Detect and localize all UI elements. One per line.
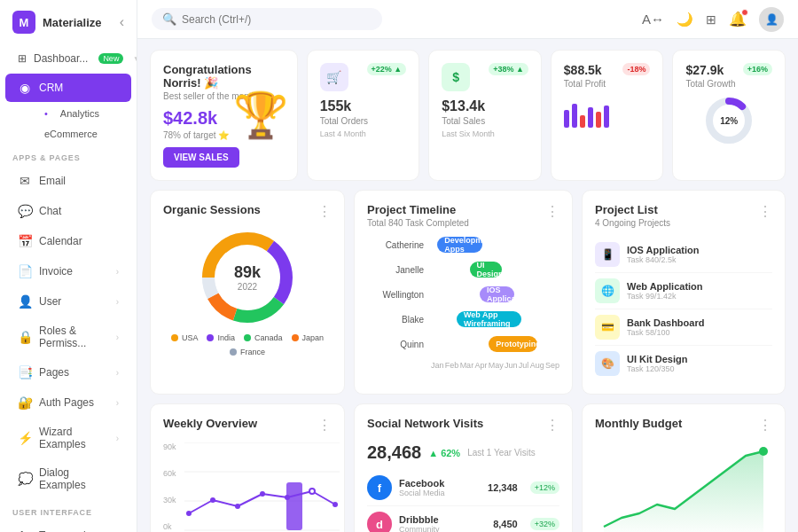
translate-icon[interactable]: A↔: [642, 12, 664, 27]
organic-title: Organic Sessions: [163, 203, 261, 216]
sidebar-item-invoice[interactable]: 📄 Invoice ›: [5, 257, 131, 286]
sidebar-item-pages[interactable]: 📑 Pages ›: [5, 358, 131, 387]
search-input[interactable]: [182, 13, 372, 26]
search-box[interactable]: 🔍: [152, 8, 382, 30]
sidebar-item-dashboard[interactable]: ⊞ Dashboar... New ▼: [5, 45, 131, 72]
search-icon: 🔍: [162, 12, 176, 26]
svg-point-13: [186, 511, 192, 516]
social-title: Social Network Visits: [367, 417, 483, 430]
growth-donut: 12%: [685, 94, 772, 147]
sales-badge: +38% ▲: [489, 63, 528, 75]
legend-canada: Canada: [244, 333, 283, 342]
svg-point-19: [332, 502, 338, 507]
weekly-title: Weekly Overview: [163, 417, 257, 430]
svg-point-21: [759, 447, 768, 456]
sidebar-item-analytics[interactable]: Analytics: [37, 104, 131, 123]
profit-label: Total Profit: [564, 79, 651, 89]
wizard-icon: ⚡: [18, 431, 32, 445]
organic-donut: 89k 2022: [199, 229, 296, 326]
proj-item-1: 🌐 Web Application Task 99/1.42k: [595, 273, 772, 309]
sidebar-item-ecommerce[interactable]: eCommerce: [37, 124, 131, 144]
organic-menu-icon[interactable]: ⋮: [317, 203, 332, 220]
avatar[interactable]: 👤: [759, 7, 784, 32]
sidebar-item-crm[interactable]: ◉ CRM: [5, 74, 131, 102]
profit-mini-chart: [564, 96, 651, 128]
sidebar-item-email[interactable]: ✉ Email: [5, 167, 131, 195]
crm-icon: ◉: [18, 81, 32, 95]
total-sales-card: $ +38% ▲ $13.4k Total Sales Last Six Mon…: [428, 50, 542, 181]
sidebar-item-dialog[interactable]: 💭 Dialog Examples: [5, 459, 131, 498]
gantt-label-4: Quinn: [367, 340, 424, 349]
crm-label: CRM: [39, 82, 63, 94]
orders-badge: +22% ▲: [367, 63, 407, 75]
proj-icon-3: 🎨: [595, 351, 620, 376]
sidebar-item-chat[interactable]: 💬 Chat: [5, 197, 131, 225]
proj-tasks-2: Task 58/100: [627, 328, 772, 337]
email-icon: ✉: [18, 174, 32, 188]
proj-icon-2: 💳: [595, 315, 620, 340]
gantt-row-4: Quinn Prototyping: [367, 336, 559, 352]
social-total-growth: ▲ 62%: [428, 448, 460, 458]
gantt-row-2: Wellington IOS Application: [367, 286, 559, 302]
organic-value: 89k: [234, 263, 261, 282]
svg-point-14: [210, 497, 215, 503]
bar-2: [572, 104, 577, 128]
weekly-chart: 90k 60k 30k 0k: [163, 442, 332, 531]
timeline-menu-icon[interactable]: ⋮: [545, 203, 559, 220]
sidebar-item-user[interactable]: 👤 User ›: [5, 287, 131, 316]
logo-icon: M: [12, 11, 35, 34]
total-profit-card: $88.5k -18% Total Profit: [551, 50, 664, 181]
dribbble-icon: d: [367, 512, 392, 532]
sidebar-item-wizard[interactable]: ⚡ Wizard Examples ›: [5, 419, 131, 458]
project-list-menu-icon[interactable]: ⋮: [758, 203, 772, 220]
proj-item-2: 💳 Bank Dashboard Task 58/100: [595, 309, 772, 346]
view-sales-button[interactable]: VIEW SALES: [163, 147, 239, 168]
social-network-card: Social Network Visits ⋮ 28,468 ▲ 62% Las…: [354, 403, 573, 532]
gantt-bar-container-1: UI Design: [431, 262, 559, 278]
social-menu-icon[interactable]: ⋮: [545, 417, 559, 434]
monthly-budget-card: Monthly Budget ⋮: [582, 403, 786, 532]
sidebar-item-typography[interactable]: Aa Typography: [5, 521, 131, 532]
total-growth-card: $27.9k +16% Total Growth 12%: [672, 50, 786, 181]
sidebar-item-calendar[interactable]: 📅 Calendar: [5, 227, 131, 255]
avatar-img: 👤: [765, 13, 778, 26]
gantt-row-3: Blake Web App Wireframing: [367, 311, 559, 327]
invoice-chevron: ›: [116, 267, 119, 277]
gantt-months: JanFebMarAprMayJunJulAugSep: [367, 361, 559, 370]
sidebar-toggle[interactable]: ‹: [120, 14, 124, 30]
budget-svg: [595, 442, 768, 532]
proj-info-3: UI Kit Design Task 120/350: [627, 354, 772, 373]
grid-apps-icon[interactable]: ⊞: [706, 12, 716, 27]
sales-value: $13.4k: [442, 98, 528, 114]
sales-icon: $: [442, 63, 470, 91]
gantt-bar-2: IOS Application: [480, 286, 514, 302]
proj-name-1: Web Application: [627, 281, 772, 292]
social-period: Last 1 Year Visits: [467, 448, 536, 458]
auth-icon: 🔐: [18, 395, 32, 410]
growth-label: Total Growth: [685, 79, 772, 89]
main-area: 🔍 A↔ 🌙 ⊞ 🔔 👤 Congratulations Norris! 🎉 B…: [137, 0, 798, 532]
bar-5: [596, 112, 601, 128]
proj-tasks-3: Task 120/350: [627, 364, 772, 373]
budget-menu-icon[interactable]: ⋮: [758, 417, 772, 434]
invoice-label: Invoice: [39, 265, 73, 278]
svg-point-17: [285, 495, 290, 500]
facebook-info: Facebook Social Media: [399, 478, 445, 497]
gantt-row-1: Janelle UI Design: [367, 262, 559, 278]
organic-sessions-card: Organic Sessions ⋮: [150, 190, 345, 395]
chart-y-labels: 90k 60k 30k 0k: [163, 442, 176, 531]
orders-label: Total Orders: [320, 116, 407, 126]
sidebar-item-auth[interactable]: 🔐 Auth Pages ›: [5, 388, 131, 417]
calendar-label: Calendar: [39, 235, 82, 247]
header: 🔍 A↔ 🌙 ⊞ 🔔 👤: [137, 0, 798, 39]
weekly-menu-icon[interactable]: ⋮: [317, 417, 332, 434]
legend-france: France: [230, 348, 265, 356]
gantt-chart: Catherine Development Apps Janelle UI De…: [367, 237, 559, 352]
sidebar-item-roles[interactable]: 🔒 Roles & Permiss... ›: [5, 317, 131, 356]
notifications-button[interactable]: 🔔: [729, 11, 747, 27]
dark-mode-icon[interactable]: 🌙: [677, 12, 693, 27]
project-list-card: Project List 4 Ongoing Projects ⋮ 📱 IOS …: [582, 190, 786, 395]
proj-icon-1: 🌐: [595, 278, 620, 303]
stats-row: Congratulations Norris! 🎉 Best seller of…: [150, 50, 786, 181]
chat-label: Chat: [39, 205, 61, 217]
